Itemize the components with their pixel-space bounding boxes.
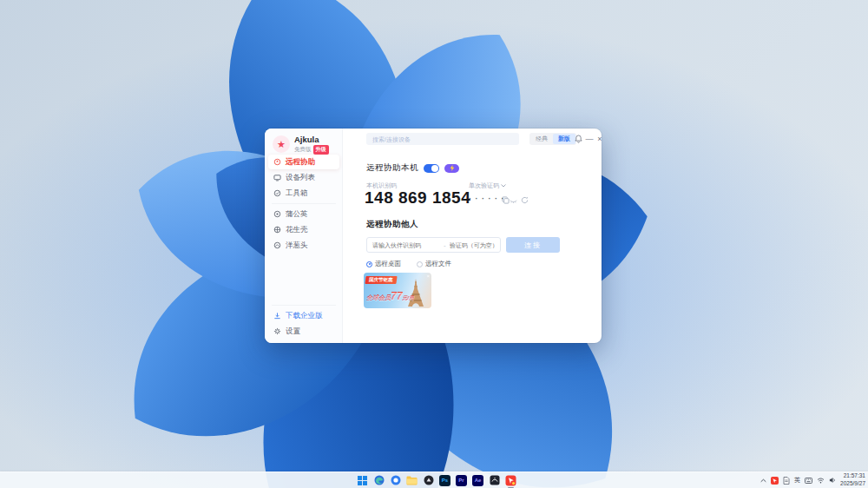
peanut-shell-icon — [273, 226, 281, 234]
tray-document-icon[interactable] — [783, 477, 790, 485]
lightning-icon — [449, 165, 456, 171]
user-avatar[interactable]: ★ — [273, 135, 290, 153]
tray-remote-app-icon[interactable] — [771, 477, 779, 485]
bell-icon — [575, 135, 582, 143]
edge-icon — [374, 475, 385, 485]
settings-item[interactable]: 设置 — [268, 324, 339, 339]
star-icon: ★ — [277, 139, 286, 150]
show-otp-button[interactable] — [510, 197, 517, 205]
sidebar-item-hsk[interactable]: 花生壳 — [268, 222, 339, 237]
dandelion-icon — [273, 210, 281, 218]
windows-logo-icon — [358, 476, 367, 485]
banner-close-button[interactable]: × — [426, 274, 430, 279]
sidebar: ★ Ajkula 免费版 升级 远程协助 设备列表 — [265, 129, 343, 343]
taskbar-app-aftereffects[interactable]: Ae — [471, 474, 484, 487]
banner-offer-price: 77 — [391, 290, 402, 302]
assist-local-toggle[interactable] — [424, 164, 439, 173]
otp-masked-value: · · · · · · — [469, 195, 505, 203]
sidebar-item-remote-assist[interactable]: 远程协助 — [268, 155, 339, 169]
radio-remote-file[interactable]: 远程文件 — [417, 260, 451, 268]
sidebar-item-toolbox[interactable]: 工具箱 — [268, 186, 339, 201]
partner-code-input[interactable] — [372, 242, 440, 248]
sidebar-divider — [272, 305, 336, 306]
taskbar-clock[interactable]: 21:57:31 2025/9/27 — [840, 472, 865, 488]
partner-code-box: - — [366, 237, 501, 253]
otp-label-row[interactable]: 单次验证码 — [469, 181, 506, 190]
user-plan-label: 免费版 — [294, 146, 312, 154]
dark-circle-app-icon — [424, 475, 434, 485]
download-enterprise-label: 下载企业版 — [286, 311, 323, 321]
banner-offer-prefix: 全球会员 — [366, 294, 391, 300]
code-dash-separator: - — [444, 241, 446, 249]
sidebar-divider — [272, 203, 336, 204]
taskbar-app-dark-square[interactable] — [488, 474, 501, 487]
premiere-icon: Pr — [456, 475, 467, 486]
clock-time: 21:57:31 — [840, 472, 865, 480]
sidebar-item-device-list[interactable]: 设备列表 — [268, 170, 339, 185]
mode-classic-option[interactable]: 经典 — [530, 134, 553, 144]
otp-label: 单次验证码 — [469, 181, 499, 190]
download-icon — [273, 312, 281, 320]
gear-icon — [273, 327, 281, 335]
remote-assist-app-icon — [505, 475, 516, 486]
verify-code-input[interactable] — [450, 242, 497, 248]
radio-remote-file-label: 远程文件 — [425, 260, 451, 268]
download-enterprise-link[interactable]: 下载企业版 — [268, 308, 339, 323]
toggle-knob — [431, 165, 438, 172]
remote-assist-app-window: ★ Ajkula 免费版 升级 远程协助 设备列表 — [265, 129, 602, 343]
search-input[interactable] — [366, 133, 519, 145]
tray-touch-keyboard[interactable] — [805, 478, 812, 484]
sidebar-bottom: 下载企业版 设置 — [265, 302, 343, 340]
sidebar-item-label: 花生壳 — [286, 225, 308, 235]
user-name: Ajkula — [294, 135, 319, 144]
close-button[interactable]: × — [594, 133, 602, 145]
tray-wifi[interactable] — [817, 478, 825, 484]
banner-ribbon: 国庆节钜惠 — [365, 276, 397, 284]
sidebar-item-label: 蒲公英 — [286, 209, 308, 220]
radio-remote-desktop[interactable]: 远程桌面 — [366, 260, 401, 268]
sidebar-item-label: 设备列表 — [286, 173, 315, 183]
tray-chevron-up[interactable] — [760, 478, 766, 483]
remote-assist-icon — [273, 158, 281, 166]
sidebar-item-label: 工具箱 — [286, 188, 308, 199]
chevron-down-icon — [501, 184, 506, 188]
assist-others-title: 远程协助他人 — [366, 219, 418, 230]
connect-button[interactable]: 连接 — [506, 237, 560, 253]
notification-bell-button[interactable] — [572, 133, 584, 145]
device-code-value: 148 869 1854 — [365, 188, 470, 208]
sidebar-item-onion[interactable]: 洋葱头 — [268, 238, 339, 253]
refresh-icon — [521, 196, 529, 204]
sidebar-item-pgy[interactable]: 蒲公英 — [268, 207, 339, 221]
blue-circle-app-icon — [391, 475, 401, 485]
taskbar-app-edge[interactable] — [372, 474, 385, 487]
taskbar-app-remote-assist[interactable] — [504, 474, 517, 487]
tray-language-indicator[interactable]: 英 — [794, 476, 800, 485]
dark-square-app-icon — [490, 475, 500, 485]
photoshop-icon: Ps — [439, 475, 450, 486]
aftereffects-icon: Ae — [472, 475, 483, 486]
taskbar-center: Ps Pr Ae — [356, 472, 517, 488]
device-list-icon — [273, 174, 281, 181]
chevron-up-icon — [760, 478, 766, 483]
promo-banner[interactable]: 国庆节钜惠 全球会员77元/周 × — [364, 273, 431, 308]
onion-icon — [273, 241, 281, 249]
speaker-icon — [829, 477, 836, 484]
tray-volume[interactable] — [829, 477, 836, 484]
tray-colored-logo-icon — [771, 477, 779, 485]
taskbar-app-premiere[interactable]: Pr — [455, 474, 468, 487]
ui-mode-segmented-control: 经典 新版 — [529, 133, 576, 145]
taskbar-app-browser[interactable] — [389, 474, 402, 487]
vip-promo-pill[interactable] — [444, 164, 459, 173]
taskbar-app-photoshop[interactable]: Ps — [438, 474, 451, 487]
assist-local-row: 远程协助本机 — [366, 162, 459, 174]
radio-dot — [417, 261, 423, 267]
start-button[interactable] — [356, 474, 369, 487]
window-topbar: 经典 新版 — × — [343, 129, 602, 149]
refresh-otp-button[interactable] — [521, 196, 529, 204]
system-tray: 英 21:57:31 2025 — [760, 472, 865, 488]
radio-remote-desktop-label: 远程桌面 — [375, 260, 401, 268]
taskbar-app-file-explorer[interactable] — [405, 474, 418, 487]
sidebar-nav: 远程协助 设备列表 工具箱 — [265, 154, 343, 254]
connect-mode-radios: 远程桌面 远程文件 — [366, 260, 451, 268]
taskbar-app-dark-circle[interactable] — [422, 474, 435, 487]
